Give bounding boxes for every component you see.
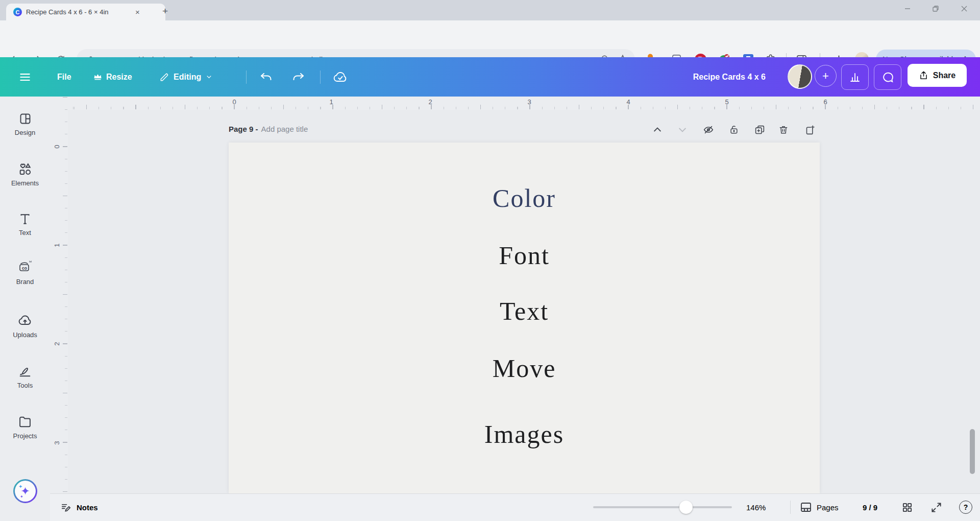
- page-number-label: Page 9 -: [229, 125, 258, 133]
- window-restore-button[interactable]: [924, 0, 947, 17]
- pages-label: Pages: [817, 503, 839, 512]
- vruler-label-1: 1: [53, 241, 61, 249]
- duplicate-page-button[interactable]: [753, 124, 766, 136]
- page-title-input[interactable]: Add page title: [261, 125, 308, 133]
- hide-page-button[interactable]: [702, 124, 715, 136]
- pages-button[interactable]: Pages: [800, 493, 839, 521]
- sidebar-label-brand: Brand: [0, 278, 50, 286]
- hruler-label-0: 0: [230, 98, 238, 106]
- sidebar-item-design[interactable]: Design: [0, 112, 50, 136]
- svg-text:co: co: [22, 266, 27, 271]
- crown-icon: [93, 73, 102, 81]
- zoom-level[interactable]: 146%: [746, 493, 766, 521]
- sidebar-item-elements[interactable]: Elements: [0, 162, 50, 187]
- vertical-scrollbar[interactable]: [970, 429, 975, 474]
- move-page-down-button[interactable]: [676, 124, 689, 136]
- hruler-label-3: 3: [525, 98, 533, 106]
- resize-label: Resize: [106, 73, 132, 82]
- notes-button[interactable]: Notes: [60, 493, 98, 521]
- page-header: Page 9 - Add page title: [229, 125, 308, 133]
- resize-button[interactable]: Resize: [93, 57, 132, 97]
- share-label: Share: [933, 71, 955, 80]
- help-icon: ?: [964, 503, 968, 511]
- editing-mode-button[interactable]: Editing: [159, 57, 213, 97]
- file-menu-label: File: [57, 73, 71, 82]
- insights-button[interactable]: [841, 64, 869, 90]
- tab-title: Recipe Cards 4 x 6 - 6 × 4in: [26, 8, 133, 16]
- sidebar-label-tools: Tools: [0, 382, 50, 389]
- share-button[interactable]: Share: [908, 64, 967, 87]
- vruler-label-0: 0: [53, 143, 61, 151]
- share-upload-icon: [919, 70, 928, 80]
- vruler-label-3: 3: [53, 439, 61, 447]
- plus-icon: +: [822, 69, 829, 83]
- projects-icon: [18, 415, 32, 429]
- sparkle-small-icon-2: ✦: [20, 494, 23, 499]
- hruler-label-1: 1: [327, 98, 335, 106]
- present-fullscreen-button[interactable]: [930, 493, 942, 521]
- new-tab-icon[interactable]: +: [162, 6, 168, 16]
- pencil-icon: [159, 72, 169, 82]
- redo-icon: [292, 71, 305, 83]
- topbar-divider: [246, 70, 247, 84]
- cloud-saved-icon: [333, 70, 348, 84]
- brand-icon: co: [16, 258, 34, 275]
- sidebar-item-text[interactable]: Text: [0, 212, 50, 236]
- add-page-button[interactable]: [804, 124, 816, 136]
- hruler-label-4: 4: [624, 98, 632, 106]
- editor-sidebar: [0, 97, 51, 521]
- sidebar-item-brand[interactable]: co Brand: [0, 258, 50, 286]
- main-menu-button[interactable]: [18, 57, 32, 97]
- sidebar-label-elements: Elements: [0, 179, 50, 187]
- collaborator-avatar[interactable]: [788, 64, 812, 89]
- add-collaborator-button[interactable]: +: [815, 65, 837, 87]
- sidebar-item-projects[interactable]: Projects: [0, 415, 50, 440]
- text-icon: [18, 212, 32, 226]
- canvas-text-move[interactable]: Move: [229, 356, 820, 381]
- move-page-up-button[interactable]: [651, 124, 664, 136]
- canvas-text-text[interactable]: Text: [229, 298, 820, 324]
- canvas-text-font[interactable]: Font: [229, 243, 820, 268]
- sidebar-item-tools[interactable]: Tools: [0, 364, 50, 389]
- window-close-button[interactable]: [952, 0, 976, 17]
- pages-icon: [800, 501, 812, 513]
- sidebar-item-uploads[interactable]: Uploads: [0, 314, 50, 339]
- grid-view-button[interactable]: [901, 493, 913, 521]
- browser-tab[interactable]: C Recipe Cards 4 x 6 - 6 × 4in ×: [6, 4, 165, 20]
- sidebar-label-projects: Projects: [0, 432, 50, 440]
- browser-toolbar: canva.com/design/DAGrwflDDw8/vyxPShp9CzE…: [0, 20, 980, 57]
- elements-icon: [18, 162, 32, 176]
- notes-label: Notes: [77, 503, 98, 512]
- browser-tab-bar: C Recipe Cards 4 x 6 - 6 × 4in × +: [0, 0, 980, 20]
- vertical-ruler: 0 1 2 3: [50, 97, 68, 521]
- canvas-text-images[interactable]: Images: [229, 421, 820, 447]
- zoom-level-label: 146%: [746, 503, 766, 512]
- ai-assistant-button[interactable]: ✦ ✦ ✦: [13, 479, 37, 503]
- file-menu-button[interactable]: File: [57, 57, 71, 97]
- page-indicator-label: 9 / 9: [863, 503, 877, 512]
- grid-view-icon: [901, 502, 913, 513]
- tools-icon: [18, 364, 32, 378]
- canva-favicon-icon: C: [13, 8, 22, 16]
- redo-button[interactable]: [292, 57, 305, 97]
- canvas-text-color[interactable]: Color: [229, 185, 820, 211]
- tab-close-icon[interactable]: ×: [135, 8, 140, 16]
- window-minimize-button[interactable]: [896, 0, 919, 17]
- comments-button[interactable]: [874, 64, 901, 90]
- zoom-slider-thumb[interactable]: [679, 501, 693, 514]
- help-button[interactable]: ?: [959, 493, 972, 521]
- horizontal-ruler-half-ticks: [68, 105, 980, 109]
- document-title[interactable]: Recipe Cards 4 x 6: [680, 57, 766, 97]
- chevron-down-icon: [205, 73, 213, 81]
- undo-button[interactable]: [259, 57, 273, 97]
- canvas-page[interactable]: Color Font Text Move Images: [229, 143, 820, 493]
- save-status-button[interactable]: [333, 57, 348, 97]
- document-title-label: Recipe Cards 4 x 6: [693, 73, 766, 82]
- delete-page-button[interactable]: [777, 124, 790, 136]
- comment-icon: [881, 71, 894, 84]
- zoom-slider-track[interactable]: [593, 506, 732, 508]
- hruler-label-2: 2: [426, 98, 434, 106]
- sidebar-label-uploads: Uploads: [0, 331, 50, 339]
- lock-page-button[interactable]: [728, 124, 740, 136]
- expand-icon: [930, 502, 942, 513]
